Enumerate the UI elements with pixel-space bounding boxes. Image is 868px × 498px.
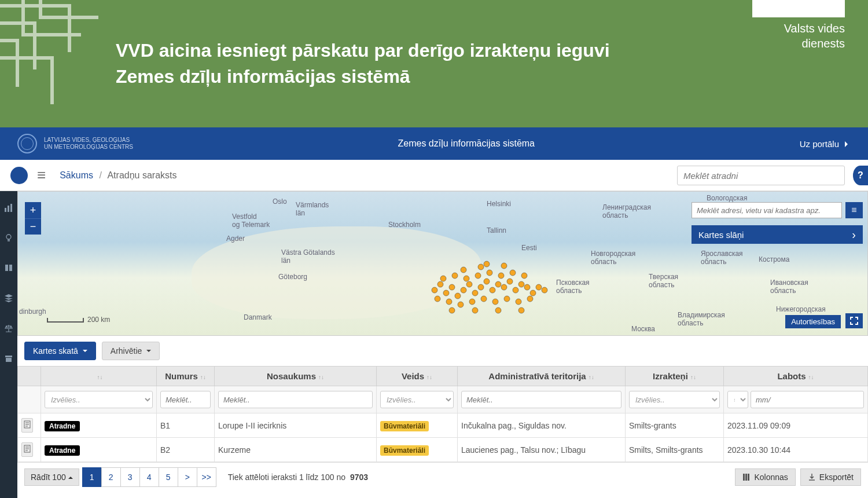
svg-point-7 [437,281,443,287]
archived-dropdown[interactable]: Arhivētie [102,342,160,360]
svg-point-3 [6,235,11,239]
portal-link[interactable]: Uz portālu [800,139,851,149]
svg-rect-2 [10,204,12,212]
svg-point-36 [452,273,458,279]
chevron-right-icon [852,229,856,240]
map-canvas[interactable]: Oslo Stockholm Helsinki Tallinn Eesti Gö… [17,191,868,336]
nav-archive-icon[interactable] [3,353,14,364]
svg-point-50 [478,264,484,270]
col-minerals[interactable]: Izrakteņi↑↓ [626,367,724,386]
col-type[interactable]: Veids↑↓ [377,367,458,386]
page-5[interactable]: 5 [159,467,178,487]
table-header-row: ↑↓ Numurs↑↓ Nosaukums↑↓ Veids↑↓ Administ… [18,367,868,386]
svg-rect-0 [5,208,6,212]
filter-date-op[interactable]: = [727,391,748,408]
records-summary: Tiek attēloti ieraksti 1 līdz 100 no 970… [228,473,368,482]
col-name[interactable]: Nosaukums↑↓ [215,367,377,386]
svg-point-38 [475,273,481,279]
svg-point-43 [449,307,455,313]
nav-bulb-icon[interactable] [3,233,14,243]
svg-point-6 [432,287,437,293]
svg-point-13 [472,290,478,296]
badge-atradne: Atradne [45,421,80,431]
svg-point-41 [510,270,516,276]
page-2[interactable]: 2 [101,467,121,487]
svg-point-45 [495,307,501,313]
filter-minerals-select[interactable]: Izvēlies.. [629,391,720,408]
table-row[interactable]: Atradne B2 Kurzeme Būvmateriāli Lauciene… [18,438,868,462]
nav-book-icon[interactable] [3,263,14,273]
breadcrumb-bar: ≡ Sākums / Atradņu saraksts ? [0,160,868,191]
col-number[interactable]: Numurs↑↓ [157,367,215,386]
columns-button[interactable]: Kolonnas [735,468,795,486]
app-logo-icon[interactable] [10,167,28,184]
page-size-dropdown[interactable]: Rādīt 100 [24,468,79,486]
svg-point-18 [501,284,507,290]
svg-point-16 [490,287,495,293]
map-view-dropdown[interactable]: Kartes skatā [24,342,96,360]
navbar-logo-text: LATVIJAS VIDES, ĢEOLOĢIJASUN METEOROLOĢI… [44,137,133,151]
map-search-input[interactable] [692,202,842,218]
svg-point-39 [487,270,492,276]
filter-badge-select[interactable]: Izvēlies.. [45,391,153,408]
page-3[interactable]: 3 [120,467,140,487]
nav-layers-icon[interactable] [3,293,14,303]
filter-number-input[interactable] [160,391,211,408]
map-layers-toggle[interactable]: ≡ [845,202,863,218]
svg-point-27 [446,299,452,305]
map-layers-panel[interactable]: Kartes slāņi [692,225,863,244]
breadcrumb-current: Atradņu saraksts [107,170,176,180]
table-row[interactable]: Atradne B1 Lorupe I-II iecirknis Būvmate… [18,413,868,438]
svg-point-23 [530,290,536,296]
svg-point-19 [507,279,513,284]
svg-point-37 [464,276,469,281]
cell-edited: 2023.10.30 10:44 [724,438,868,462]
svg-point-29 [469,299,475,305]
cell-territory: Laucienes pag., Talsu nov.; Lībagu [458,438,626,462]
page->[interactable]: > [178,467,197,487]
map-credits-button[interactable]: Autortiesības [785,315,841,328]
banner-decoration [0,0,116,127]
search-deposit-input[interactable] [677,166,845,185]
zoom-out-button[interactable]: − [25,218,41,235]
cell-edited: 2023.11.09 09:09 [724,413,868,438]
cell-minerals: Smilts, Smilts-grants [626,438,724,462]
svg-point-30 [481,296,487,302]
page-1[interactable]: 1 [82,467,102,487]
col-territory[interactable]: Administratīvā teritorija↑↓ [458,367,626,386]
table-footer: Rādīt 100 12345>>> Tiek attēloti ierakst… [17,462,868,492]
svg-point-26 [435,296,440,302]
col-edited[interactable]: Labots↑↓ [724,367,868,386]
svg-point-31 [492,299,498,305]
filter-date-input[interactable] [751,391,864,408]
top-navbar: LATVIJAS VIDES, ĢEOLOĢIJASUN METEOROLOĢI… [0,127,868,160]
map-zoom-controls: + − [25,202,41,235]
svg-point-15 [484,279,490,284]
zoom-in-button[interactable]: + [25,202,41,218]
row-doc-icon[interactable] [21,442,33,457]
page-4[interactable]: 4 [139,467,159,487]
row-doc-icon[interactable] [21,418,33,433]
svg-point-10 [455,293,461,299]
navbar-logo[interactable]: LATVIJAS VIDES, ĢEOLOĢIJASUN METEOROLOĢI… [17,134,133,153]
svg-point-48 [501,263,507,269]
filter-name-input[interactable] [218,391,373,408]
breadcrumb-home[interactable]: Sākums [60,170,93,180]
nav-balance-icon[interactable] [3,323,14,334]
page->>[interactable]: >> [197,467,216,487]
svg-point-44 [472,307,478,313]
deposits-table: ↑↓ Numurs↑↓ Nosaukums↑↓ Veids↑↓ Administ… [17,366,868,462]
filter-type-select[interactable]: Izvēlies.. [380,391,454,408]
help-icon[interactable]: ? [853,166,868,185]
svg-point-22 [524,284,530,290]
table-filter-row: Izvēlies.. Izvēlies.. Izvēlies.. = [18,386,868,413]
nav-chart-icon[interactable] [3,203,14,213]
svg-point-49 [461,267,466,273]
svg-point-47 [484,261,490,267]
table-toolbar: Kartes skatā Arhivētie [17,336,868,366]
map-expand-button[interactable] [845,313,863,328]
svg-point-28 [458,302,464,307]
menu-toggle-button[interactable]: ≡ [37,166,46,184]
filter-territory-input[interactable] [461,391,621,408]
export-button[interactable]: Eksportēt [800,468,861,486]
